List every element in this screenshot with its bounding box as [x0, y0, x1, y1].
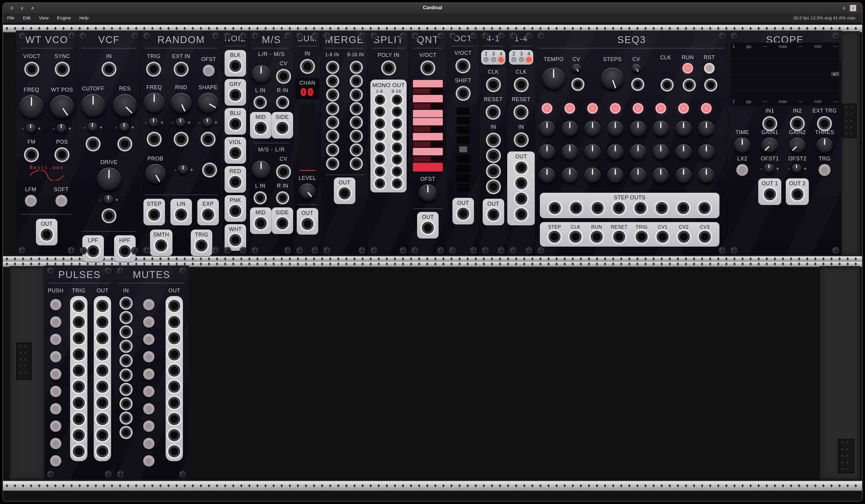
clk-jack[interactable] — [487, 79, 499, 91]
step-out-jack-7[interactable] — [677, 202, 689, 214]
in-jack-1[interactable] — [121, 298, 131, 308]
chan-2-led[interactable] — [484, 57, 489, 62]
trig-jack-6[interactable] — [73, 381, 85, 392]
mute-button-4[interactable] — [143, 351, 154, 362]
in-jack[interactable] — [103, 63, 115, 75]
trig-jack-4[interactable] — [73, 348, 85, 360]
in-jack-5[interactable] — [121, 355, 131, 366]
mute-button-2[interactable] — [143, 316, 154, 328]
seq-knob-r2-4[interactable] — [607, 144, 623, 161]
seq-knob-r3-6[interactable] — [653, 168, 669, 184]
in-jack-3[interactable] — [121, 327, 131, 337]
chan-3-led[interactable] — [491, 57, 496, 62]
seq-knob-r3-1[interactable] — [539, 168, 555, 184]
out-1-jack[interactable] — [764, 188, 776, 200]
seq-knob-r1-1[interactable] — [539, 121, 555, 137]
sync-jack[interactable] — [56, 63, 68, 75]
ofst-knob[interactable] — [419, 184, 437, 202]
in-jack-10[interactable] — [121, 427, 131, 437]
chan-2-led[interactable] — [511, 57, 517, 62]
small-knob[interactable] — [252, 65, 270, 84]
pos-jack[interactable] — [56, 149, 68, 161]
in1-jack[interactable] — [764, 118, 776, 130]
thres-knob[interactable] — [817, 138, 833, 154]
run-jack[interactable] — [684, 80, 694, 90]
out-jack-4[interactable] — [96, 348, 108, 360]
trig-jack[interactable] — [196, 239, 207, 251]
seq-knob-r3-7[interactable] — [676, 168, 692, 184]
run-out-jack[interactable] — [591, 231, 603, 243]
wht-jack[interactable] — [229, 234, 241, 246]
trim-knob[interactable] — [176, 118, 185, 128]
black-key[interactable] — [413, 141, 431, 147]
time-knob[interactable] — [734, 138, 750, 154]
out-jack-7[interactable] — [96, 397, 108, 409]
seq-knob-r2-7[interactable] — [676, 144, 692, 161]
white-key[interactable] — [413, 80, 443, 87]
mute-button-6[interactable] — [50, 386, 61, 397]
split-out-jack[interactable] — [375, 130, 385, 141]
white-key[interactable] — [413, 163, 443, 172]
step-out-jack-4[interactable] — [613, 202, 625, 214]
cv-jack[interactable] — [119, 138, 131, 150]
run-button[interactable] — [682, 63, 693, 74]
split-out-jack[interactable] — [375, 154, 385, 165]
in-jack-9[interactable] — [121, 413, 131, 423]
in-jack-4[interactable] — [487, 181, 499, 193]
exp-jack[interactable] — [202, 209, 214, 221]
out-jack-6[interactable] — [96, 381, 108, 392]
cv1-out-jack[interactable] — [657, 231, 669, 243]
mute-button-6[interactable] — [143, 386, 154, 397]
out-jack-2[interactable] — [515, 177, 527, 189]
step-out-jack-8[interactable] — [699, 202, 711, 214]
step-led-7[interactable] — [678, 103, 689, 114]
mute-button-10[interactable] — [143, 455, 154, 467]
freq-knob[interactable] — [144, 93, 165, 114]
split-out-jack[interactable] — [375, 142, 385, 153]
cv-jack[interactable] — [204, 164, 216, 176]
shift-jack[interactable] — [457, 87, 469, 99]
trim-knob[interactable] — [88, 123, 97, 132]
seq-knob-r1-8[interactable] — [698, 121, 714, 137]
seq-knob-r1-6[interactable] — [653, 121, 669, 137]
poly-in-jack[interactable] — [383, 62, 395, 74]
step-out-jack-3[interactable] — [592, 202, 604, 214]
split-out-jack[interactable] — [375, 95, 385, 105]
octave-cell-4[interactable] — [457, 136, 470, 143]
rst-button[interactable] — [704, 63, 715, 74]
poly-jack[interactable] — [351, 90, 361, 100]
poly-jack[interactable] — [351, 131, 361, 141]
step-led-3[interactable] — [587, 103, 598, 114]
red-jack[interactable] — [229, 176, 241, 188]
poly-jack[interactable] — [351, 76, 361, 86]
gain1-knob[interactable] — [762, 138, 778, 154]
out-jack-3[interactable] — [515, 193, 527, 205]
in-jack[interactable] — [301, 60, 313, 72]
clk-jack[interactable] — [515, 79, 527, 91]
out-jack[interactable] — [41, 228, 53, 241]
split-out-jack[interactable] — [375, 118, 385, 129]
chan-4-led[interactable] — [526, 57, 531, 62]
mute-button-7[interactable] — [143, 403, 154, 414]
white-key[interactable] — [413, 110, 443, 117]
level-knob[interactable] — [299, 184, 315, 200]
lpf-jack[interactable] — [87, 245, 99, 257]
step-led-6[interactable] — [655, 103, 666, 114]
trig-jack[interactable] — [148, 63, 160, 75]
out-jack-9[interactable] — [96, 429, 108, 441]
poly-jack[interactable] — [327, 145, 338, 155]
reset-jack[interactable] — [515, 106, 527, 118]
seq-knob-r2-6[interactable] — [653, 144, 669, 161]
close-box-icon[interactable]: ✕ — [850, 4, 857, 12]
small-knob[interactable] — [252, 161, 270, 179]
seq-knob-r2-8[interactable] — [698, 144, 714, 161]
poly-jack[interactable] — [351, 117, 361, 128]
octave-cell-1[interactable] — [457, 107, 470, 115]
out-jack[interactable] — [339, 187, 350, 199]
seq-knob-r2-3[interactable] — [585, 144, 601, 161]
cutoff-knob[interactable] — [81, 94, 105, 118]
menu-item-edit[interactable]: Edit — [19, 13, 35, 22]
menu-item-view[interactable]: View — [35, 13, 53, 22]
mute-button-8[interactable] — [143, 421, 154, 432]
white-key[interactable] — [413, 118, 443, 126]
